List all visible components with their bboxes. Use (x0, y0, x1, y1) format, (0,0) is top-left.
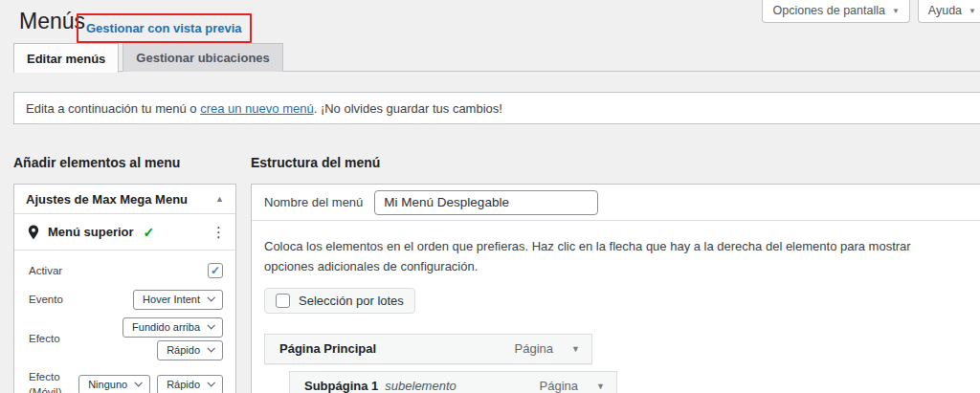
setting-row-evento: Evento Hover Intent (29, 290, 223, 310)
location-pin-icon (27, 225, 40, 240)
collapse-arrow-icon[interactable]: ▲ (215, 194, 224, 204)
efecto-speed-value: Rápido (167, 344, 200, 356)
create-menu-link[interactable]: crea un nuevo menú (200, 101, 314, 116)
menu-item-title: Página Principal (279, 341, 376, 356)
item-expand-arrow-icon[interactable]: ▼ (596, 382, 605, 391)
efecto-movil-value: Ninguno (88, 379, 127, 390)
menu-name-label: Nombre del menú (264, 195, 363, 209)
tab-gestionar-ubicaciones[interactable]: Gestionar ubicaciones (122, 43, 282, 72)
chevron-down-icon: ▼ (892, 7, 900, 15)
tab-editar-menus[interactable]: Editar menús (13, 43, 119, 73)
evento-select-value: Hover Intent (143, 294, 200, 305)
setting-row-efecto-movil: Efecto (Móvil) Ninguno Rápido (29, 369, 223, 393)
efecto-movil-label-line1: Efecto (29, 371, 60, 382)
evento-select[interactable]: Hover Intent (133, 290, 223, 310)
structure-heading: Estructura del menú (251, 155, 380, 170)
chevron-down-icon (207, 379, 214, 386)
menu-items-list: Página Principal Página ▼ Subpágina 1 su… (264, 334, 961, 393)
menu-location-row: Menú superior ✓ ⋮ (14, 214, 235, 251)
notice-text-prefix: Edita a continuación tu menú o (26, 101, 200, 116)
menu-name-input[interactable] (374, 190, 598, 215)
menu-item-type: Página (540, 379, 578, 393)
manage-preview-link[interactable]: Gestionar con vista previa (86, 21, 242, 35)
mega-menu-settings-panel: Ajustes de Max Mega Menu ▲ Menú superior… (13, 184, 236, 393)
efecto-movil-speed-value: Rápido (167, 379, 200, 390)
chevron-down-icon (207, 294, 214, 301)
nav-tabs: Editar menús Gestionar ubicaciones (13, 43, 283, 73)
chevron-down-icon: ▼ (969, 7, 976, 15)
menu-item-title: Subpágina 1 (304, 379, 378, 393)
efecto-movil-speed-select[interactable]: Rápido (157, 375, 223, 393)
kebab-menu-icon[interactable]: ⋮ (212, 225, 226, 239)
success-check-icon: ✓ (144, 225, 155, 240)
setting-row-efecto: Efecto Fundido arriba Rápido (29, 317, 223, 360)
menu-item[interactable]: Subpágina 1 subelemento Página ▼ (289, 371, 617, 393)
annotation-highlight-box: Gestionar con vista previa (77, 13, 252, 43)
chevron-down-icon (207, 344, 214, 352)
chevron-down-icon (207, 321, 214, 329)
efecto-label: Efecto (29, 331, 60, 347)
help-button[interactable]: Ayuda ▼ (918, 0, 980, 23)
mega-menu-settings: Activar Evento Hover Intent Efecto Fundi… (14, 251, 235, 393)
bulk-select-button[interactable]: Selección por lotes (264, 288, 415, 314)
menu-location-label: Menú superior (48, 225, 134, 239)
efecto-movil-label-line2: (Móvil) (29, 386, 62, 393)
sidebar-heading: Añadir elementos al menu (13, 155, 180, 170)
notice: Edita a continuación tu menú o crea un n… (13, 92, 980, 124)
screen-options-button[interactable]: Opciones de pantalla ▼ (762, 0, 909, 23)
efecto-movil-label: Efecto (Móvil) (29, 369, 62, 393)
activar-label: Activar (29, 263, 62, 279)
menu-structure-panel: Nombre del menú Coloca los elementos en … (251, 184, 980, 393)
menu-name-row: Nombre del menú (252, 185, 980, 221)
efecto-select-value: Fundido arriba (132, 321, 200, 333)
efecto-speed-select[interactable]: Rápido (157, 340, 223, 360)
screen-meta: Opciones de pantalla ▼ Ayuda ▼ (762, 0, 980, 23)
activar-checkbox[interactable] (208, 263, 223, 278)
notice-text-suffix: . ¡No olvides guardar tus cambios! (314, 101, 502, 116)
menu-item[interactable]: Página Principal Página ▼ (264, 334, 592, 364)
chevron-down-icon (135, 379, 143, 386)
item-expand-arrow-icon[interactable]: ▼ (571, 344, 580, 354)
screen-options-label: Opciones de pantalla (772, 4, 884, 17)
panel-title: Ajustes de Max Mega Menu (26, 192, 188, 207)
panel-header-toggle[interactable]: Ajustes de Max Mega Menu ▲ (14, 185, 235, 214)
menu-item-type: Página (515, 341, 553, 356)
page-title: Menús (19, 9, 85, 34)
evento-label: Evento (29, 292, 63, 308)
bulk-select-checkbox[interactable] (276, 294, 290, 308)
setting-row-activar: Activar (29, 263, 223, 279)
bulk-select-label: Selección por lotes (299, 294, 404, 308)
help-label: Ayuda (928, 4, 962, 17)
structure-body: Coloca los elementos en el orden que pre… (252, 221, 980, 393)
efecto-movil-select[interactable]: Ninguno (78, 375, 150, 393)
structure-description: Coloca los elementos en el orden que pre… (264, 237, 955, 277)
efecto-select[interactable]: Fundido arriba (122, 317, 223, 338)
menu-item-sublabel: subelemento (385, 379, 456, 393)
